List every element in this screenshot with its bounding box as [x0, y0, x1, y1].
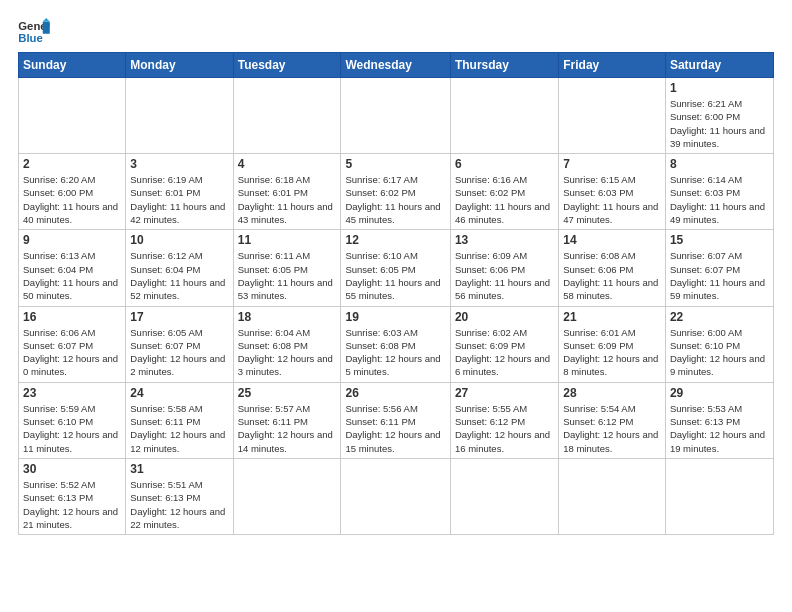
day-number: 23 — [23, 386, 121, 400]
day-info: Sunrise: 6:00 AM Sunset: 6:10 PM Dayligh… — [670, 326, 769, 379]
day-number: 15 — [670, 233, 769, 247]
day-number: 29 — [670, 386, 769, 400]
day-number: 25 — [238, 386, 337, 400]
day-number: 9 — [23, 233, 121, 247]
day-number: 21 — [563, 310, 661, 324]
day-number: 28 — [563, 386, 661, 400]
calendar-table: SundayMondayTuesdayWednesdayThursdayFrid… — [18, 52, 774, 535]
day-cell: 28Sunrise: 5:54 AM Sunset: 6:12 PM Dayli… — [559, 382, 666, 458]
day-info: Sunrise: 6:03 AM Sunset: 6:08 PM Dayligh… — [345, 326, 445, 379]
day-cell — [450, 78, 558, 154]
weekday-header-wednesday: Wednesday — [341, 53, 450, 78]
day-cell: 9Sunrise: 6:13 AM Sunset: 6:04 PM Daylig… — [19, 230, 126, 306]
day-info: Sunrise: 6:12 AM Sunset: 6:04 PM Dayligh… — [130, 249, 228, 302]
day-number: 8 — [670, 157, 769, 171]
svg-text:Blue: Blue — [18, 32, 43, 44]
day-info: Sunrise: 6:17 AM Sunset: 6:02 PM Dayligh… — [345, 173, 445, 226]
day-cell — [665, 458, 773, 534]
day-cell: 1Sunrise: 6:21 AM Sunset: 6:00 PM Daylig… — [665, 78, 773, 154]
day-cell: 16Sunrise: 6:06 AM Sunset: 6:07 PM Dayli… — [19, 306, 126, 382]
day-number: 4 — [238, 157, 337, 171]
day-cell: 12Sunrise: 6:10 AM Sunset: 6:05 PM Dayli… — [341, 230, 450, 306]
day-number: 30 — [23, 462, 121, 476]
day-cell: 6Sunrise: 6:16 AM Sunset: 6:02 PM Daylig… — [450, 154, 558, 230]
day-number: 13 — [455, 233, 554, 247]
day-cell: 21Sunrise: 6:01 AM Sunset: 6:09 PM Dayli… — [559, 306, 666, 382]
day-cell: 15Sunrise: 6:07 AM Sunset: 6:07 PM Dayli… — [665, 230, 773, 306]
day-info: Sunrise: 6:10 AM Sunset: 6:05 PM Dayligh… — [345, 249, 445, 302]
day-cell: 13Sunrise: 6:09 AM Sunset: 6:06 PM Dayli… — [450, 230, 558, 306]
day-cell — [233, 458, 341, 534]
day-info: Sunrise: 5:53 AM Sunset: 6:13 PM Dayligh… — [670, 402, 769, 455]
day-number: 7 — [563, 157, 661, 171]
day-info: Sunrise: 5:52 AM Sunset: 6:13 PM Dayligh… — [23, 478, 121, 531]
day-cell: 8Sunrise: 6:14 AM Sunset: 6:03 PM Daylig… — [665, 154, 773, 230]
day-cell: 11Sunrise: 6:11 AM Sunset: 6:05 PM Dayli… — [233, 230, 341, 306]
day-info: Sunrise: 5:54 AM Sunset: 6:12 PM Dayligh… — [563, 402, 661, 455]
day-number: 20 — [455, 310, 554, 324]
day-info: Sunrise: 6:21 AM Sunset: 6:00 PM Dayligh… — [670, 97, 769, 150]
day-number: 10 — [130, 233, 228, 247]
day-info: Sunrise: 6:18 AM Sunset: 6:01 PM Dayligh… — [238, 173, 337, 226]
day-number: 3 — [130, 157, 228, 171]
day-cell — [19, 78, 126, 154]
day-number: 31 — [130, 462, 228, 476]
day-cell: 2Sunrise: 6:20 AM Sunset: 6:00 PM Daylig… — [19, 154, 126, 230]
day-cell: 30Sunrise: 5:52 AM Sunset: 6:13 PM Dayli… — [19, 458, 126, 534]
day-cell — [233, 78, 341, 154]
week-row-5: 30Sunrise: 5:52 AM Sunset: 6:13 PM Dayli… — [19, 458, 774, 534]
day-cell: 25Sunrise: 5:57 AM Sunset: 6:11 PM Dayli… — [233, 382, 341, 458]
week-row-4: 23Sunrise: 5:59 AM Sunset: 6:10 PM Dayli… — [19, 382, 774, 458]
day-cell: 27Sunrise: 5:55 AM Sunset: 6:12 PM Dayli… — [450, 382, 558, 458]
day-number: 22 — [670, 310, 769, 324]
day-number: 26 — [345, 386, 445, 400]
day-number: 16 — [23, 310, 121, 324]
weekday-header-friday: Friday — [559, 53, 666, 78]
day-info: Sunrise: 5:59 AM Sunset: 6:10 PM Dayligh… — [23, 402, 121, 455]
week-row-1: 2Sunrise: 6:20 AM Sunset: 6:00 PM Daylig… — [19, 154, 774, 230]
svg-marker-2 — [43, 22, 50, 34]
day-info: Sunrise: 6:06 AM Sunset: 6:07 PM Dayligh… — [23, 326, 121, 379]
day-cell: 17Sunrise: 6:05 AM Sunset: 6:07 PM Dayli… — [126, 306, 233, 382]
day-cell: 14Sunrise: 6:08 AM Sunset: 6:06 PM Dayli… — [559, 230, 666, 306]
day-cell: 3Sunrise: 6:19 AM Sunset: 6:01 PM Daylig… — [126, 154, 233, 230]
weekday-header-row: SundayMondayTuesdayWednesdayThursdayFrid… — [19, 53, 774, 78]
day-number: 14 — [563, 233, 661, 247]
generalblue-logo-icon: General Blue — [18, 18, 50, 46]
day-number: 17 — [130, 310, 228, 324]
day-info: Sunrise: 6:13 AM Sunset: 6:04 PM Dayligh… — [23, 249, 121, 302]
calendar-page: General Blue SundayMondayTuesdayWednesda… — [0, 0, 792, 612]
day-info: Sunrise: 6:16 AM Sunset: 6:02 PM Dayligh… — [455, 173, 554, 226]
day-cell: 19Sunrise: 6:03 AM Sunset: 6:08 PM Dayli… — [341, 306, 450, 382]
day-info: Sunrise: 5:51 AM Sunset: 6:13 PM Dayligh… — [130, 478, 228, 531]
week-row-0: 1Sunrise: 6:21 AM Sunset: 6:00 PM Daylig… — [19, 78, 774, 154]
day-info: Sunrise: 6:11 AM Sunset: 6:05 PM Dayligh… — [238, 249, 337, 302]
day-cell — [341, 458, 450, 534]
day-info: Sunrise: 6:19 AM Sunset: 6:01 PM Dayligh… — [130, 173, 228, 226]
day-info: Sunrise: 6:01 AM Sunset: 6:09 PM Dayligh… — [563, 326, 661, 379]
weekday-header-saturday: Saturday — [665, 53, 773, 78]
day-info: Sunrise: 5:58 AM Sunset: 6:11 PM Dayligh… — [130, 402, 228, 455]
weekday-header-thursday: Thursday — [450, 53, 558, 78]
day-info: Sunrise: 6:09 AM Sunset: 6:06 PM Dayligh… — [455, 249, 554, 302]
day-info: Sunrise: 6:07 AM Sunset: 6:07 PM Dayligh… — [670, 249, 769, 302]
weekday-header-sunday: Sunday — [19, 53, 126, 78]
day-number: 6 — [455, 157, 554, 171]
day-info: Sunrise: 5:57 AM Sunset: 6:11 PM Dayligh… — [238, 402, 337, 455]
day-number: 19 — [345, 310, 445, 324]
day-cell: 20Sunrise: 6:02 AM Sunset: 6:09 PM Dayli… — [450, 306, 558, 382]
week-row-2: 9Sunrise: 6:13 AM Sunset: 6:04 PM Daylig… — [19, 230, 774, 306]
day-cell: 4Sunrise: 6:18 AM Sunset: 6:01 PM Daylig… — [233, 154, 341, 230]
day-info: Sunrise: 6:05 AM Sunset: 6:07 PM Dayligh… — [130, 326, 228, 379]
day-cell — [559, 78, 666, 154]
day-info: Sunrise: 5:55 AM Sunset: 6:12 PM Dayligh… — [455, 402, 554, 455]
day-number: 2 — [23, 157, 121, 171]
day-cell: 22Sunrise: 6:00 AM Sunset: 6:10 PM Dayli… — [665, 306, 773, 382]
day-info: Sunrise: 6:15 AM Sunset: 6:03 PM Dayligh… — [563, 173, 661, 226]
day-cell: 5Sunrise: 6:17 AM Sunset: 6:02 PM Daylig… — [341, 154, 450, 230]
day-number: 1 — [670, 81, 769, 95]
day-info: Sunrise: 6:04 AM Sunset: 6:08 PM Dayligh… — [238, 326, 337, 379]
weekday-header-tuesday: Tuesday — [233, 53, 341, 78]
day-cell — [341, 78, 450, 154]
day-number: 18 — [238, 310, 337, 324]
